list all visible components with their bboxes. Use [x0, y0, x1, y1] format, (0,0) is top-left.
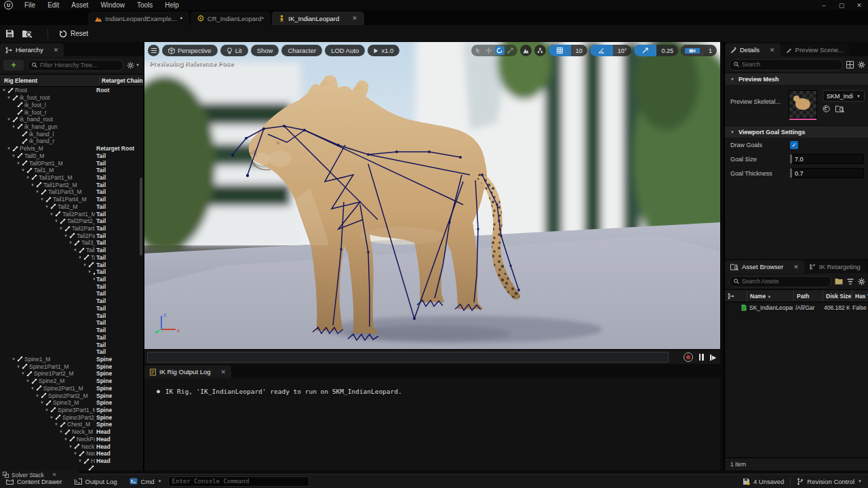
rig-element-row[interactable]: ▼Tail1Part4_MTail [0, 196, 143, 203]
rig-element-row[interactable]: ▼Tail2Part3_MTail [0, 225, 143, 232]
expand-arrow-icon[interactable]: ▼ [73, 451, 78, 455]
browse-to-asset-icon[interactable] [835, 105, 844, 113]
expand-arrow-icon[interactable]: ▼ [59, 430, 64, 434]
rig-element-row[interactable]: ▼NeckPart2_MHead [0, 450, 143, 458]
expand-arrow-icon[interactable]: ▼ [64, 437, 68, 441]
rig-element-row[interactable]: ▼Spine2_MSpine [0, 378, 143, 385]
use-selected-asset-icon[interactable] [823, 105, 830, 113]
expand-arrow-icon[interactable]: ▼ [7, 96, 12, 100]
timeline-track[interactable] [147, 352, 669, 363]
expand-arrow-icon[interactable]: ▼ [40, 401, 45, 405]
select-tool-button[interactable] [473, 46, 483, 55]
expand-arrow-icon[interactable]: ▼ [26, 379, 31, 383]
asset-search-input[interactable]: Search Assets [729, 276, 831, 287]
rig-element-row[interactable]: ik_foot_l [0, 101, 143, 108]
close-icon[interactable]: ✕ [52, 472, 57, 478]
show-menu-button[interactable]: Show [251, 45, 279, 56]
grid-snap-control[interactable]: 10 [549, 45, 587, 56]
expand-arrow-icon[interactable]: ▼ [45, 408, 50, 412]
rig-element-row[interactable]: ▼Tail [0, 333, 143, 341]
rig-element-row[interactable]: ▼Tail [0, 319, 143, 327]
rotation-snap-control[interactable]: 10° [590, 45, 632, 56]
expand-arrow-icon[interactable]: ▼ [87, 270, 92, 274]
rig-element-row[interactable]: ▼Tail [0, 261, 143, 268]
menu-help[interactable]: Help [159, 1, 185, 9]
camera-speed-control[interactable]: 1 [681, 45, 717, 56]
console-command-input[interactable]: Enter Console Command [168, 476, 309, 487]
hierarchy-column-headers[interactable]: Rig Element Retarget Chain [0, 74, 143, 87]
rig-element-row[interactable]: ▼Chest_MSpine [0, 421, 143, 428]
rig-element-row[interactable]: ▼NeckPart1_MHead [0, 436, 143, 443]
rig-element-row[interactable]: ▼Tail [0, 290, 143, 298]
rig-element-row[interactable]: ▼Tail [0, 276, 143, 283]
filter-icon[interactable] [847, 279, 854, 285]
skeletal-mesh-thumbnail[interactable] [789, 90, 817, 119]
rig-element-row[interactable]: ▼Tail1Part3_MTail [0, 188, 143, 196]
cmd-selector[interactable]: Cmd ▼ [123, 474, 168, 488]
unsaved-assets-button[interactable]: 4 Unsaved [736, 474, 790, 488]
rig-element-row[interactable]: ▼Tail1_MTail [0, 167, 143, 174]
rig-element-row[interactable]: ▼Spine3_MSpine [0, 399, 143, 407]
expand-arrow-icon[interactable]: ▼ [31, 386, 35, 390]
tab-ik-rig-output-log[interactable]: IK Rig Output Log ✕ [144, 365, 231, 378]
rig-element-row[interactable]: ▼Tail2_MTail [0, 203, 143, 211]
property-matrix-icon[interactable] [846, 61, 854, 68]
rig-element-tree[interactable]: ▼RootRoot▼ik_foot_rootik_foot_lik_foot_r… [0, 87, 143, 470]
pause-button[interactable] [699, 354, 704, 361]
folder-icon[interactable] [835, 278, 843, 285]
hierarchy-settings-button[interactable]: ▼ [127, 62, 140, 69]
rig-element-row[interactable]: ▼Head_MHead [0, 458, 143, 465]
rig-element-row[interactable] [0, 464, 143, 470]
rig-element-row[interactable]: ik_foot_r [0, 108, 143, 116]
section-viewport-goal-settings[interactable]: ▼Viewport Goal Settings [725, 125, 868, 138]
lit-mode-button[interactable]: Lit [220, 45, 248, 56]
tab-details[interactable]: Details ✕ [725, 43, 781, 56]
rig-element-row[interactable]: Tail [0, 348, 143, 356]
asset-row[interactable]: SK_IndianLeopard/All/Gar406.182 KFalse [725, 302, 868, 313]
rig-element-row[interactable]: ▼Tail1Part2_MTail [0, 181, 143, 188]
snap-to-floor-button[interactable] [520, 45, 532, 56]
expand-arrow-icon[interactable]: ▼ [16, 365, 21, 369]
rig-element-row[interactable]: ▼Tail [0, 268, 143, 276]
rig-element-row[interactable]: ▼Tail0_MTail [0, 152, 143, 159]
settings-gear-icon[interactable] [858, 278, 865, 285]
close-icon[interactable]: ✕ [793, 264, 799, 270]
menu-edit[interactable]: Edit [41, 1, 65, 9]
expand-arrow-icon[interactable]: ▼ [73, 248, 78, 252]
tab-preview-scene[interactable]: Preview Scene... [781, 43, 849, 56]
expand-arrow-icon[interactable]: ▼ [54, 219, 59, 223]
rig-element-row[interactable]: ▼Tail1Part1_MTail [0, 174, 143, 182]
rig-element-row[interactable]: ▼Tail [0, 305, 143, 312]
playback-speed-button[interactable]: x1.0 [368, 45, 399, 56]
rig-element-row[interactable]: ▼Tail [0, 298, 143, 305]
expand-arrow-icon[interactable]: ▼ [2, 88, 7, 92]
rig-element-row[interactable]: ▼Tail2Part2_MTail [0, 218, 143, 225]
scale-tool-button[interactable] [506, 46, 515, 55]
hierarchy-scrollbar[interactable] [140, 178, 142, 256]
rig-element-row[interactable]: ▼ik_foot_root [0, 94, 143, 102]
expand-arrow-icon[interactable]: ▼ [50, 415, 54, 420]
rig-element-row[interactable]: ▼ik_hand_root [0, 116, 143, 123]
settings-gear-icon[interactable] [858, 61, 865, 68]
window-minimize-button[interactable]: – [815, 2, 833, 9]
rig-element-row[interactable]: ▼Tail3Part2_MTail [0, 254, 143, 262]
revision-control-button[interactable]: Revision Control ▼ [791, 474, 868, 488]
translate-tool-button[interactable] [484, 46, 494, 55]
tab-cr-indian-leopard[interactable]: CR_IndianLeopard* [191, 12, 271, 25]
rig-element-row[interactable]: ▼Spine1Part2_MSpine [0, 370, 143, 378]
expand-arrow-icon[interactable]: ▼ [7, 146, 12, 150]
tab-close-icon[interactable]: ✕ [352, 15, 357, 22]
expand-arrow-icon[interactable]: ▼ [45, 205, 50, 209]
menu-file[interactable]: File [18, 1, 41, 9]
close-icon[interactable]: ✕ [770, 47, 775, 54]
expand-arrow-icon[interactable]: ▼ [16, 161, 21, 165]
expand-arrow-icon[interactable]: ▼ [35, 190, 40, 194]
expand-arrow-icon[interactable]: ▼ [78, 459, 83, 463]
add-rig-element-button[interactable]: + [3, 60, 24, 70]
menu-asset[interactable]: Asset [65, 1, 94, 9]
close-icon[interactable]: ✕ [221, 369, 226, 375]
rig-element-row[interactable]: ▼Spine2Part2_MSpine [0, 392, 143, 399]
asset-column-headers[interactable]: Name ▲ Path Disk Size Has Virtu [725, 289, 868, 302]
expand-arrow-icon[interactable]: ▼ [68, 241, 73, 245]
tab-hierarchy[interactable]: Hierarchy ✕ [0, 43, 64, 56]
